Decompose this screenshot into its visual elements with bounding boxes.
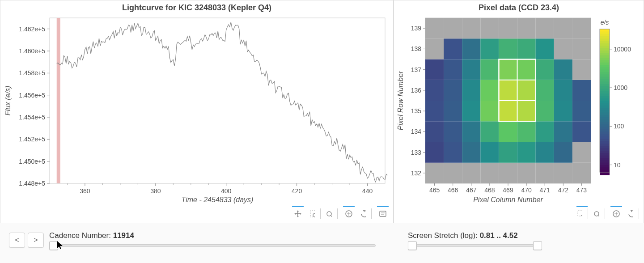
svg-rect-109 xyxy=(425,38,444,59)
svg-rect-83 xyxy=(444,101,462,121)
svg-rect-108 xyxy=(572,59,591,80)
svg-line-242 xyxy=(598,216,599,217)
svg-text:133: 133 xyxy=(411,149,422,156)
svg-text:135: 135 xyxy=(411,107,422,115)
svg-rect-84 xyxy=(462,101,480,121)
svg-rect-65 xyxy=(444,142,462,163)
svg-rect-103 xyxy=(480,59,499,80)
cadence-slider-thumb[interactable] xyxy=(49,241,58,250)
svg-rect-61 xyxy=(536,163,554,183)
svg-rect-58 xyxy=(480,163,499,183)
svg-text:1.460e+5: 1.460e+5 xyxy=(19,47,45,55)
svg-text:1.456e+5: 1.456e+5 xyxy=(19,92,45,99)
svg-text:Pixel Row Number: Pixel Row Number xyxy=(397,71,404,130)
svg-rect-87 xyxy=(517,101,536,121)
lightcurve-chart: Lightcurve for KIC 3248033 (Kepler Q4) 3… xyxy=(0,0,394,223)
cadence-slider[interactable] xyxy=(49,242,376,249)
svg-rect-76 xyxy=(480,121,499,142)
svg-rect-100 xyxy=(425,59,444,80)
svg-text:400: 400 xyxy=(221,187,232,195)
svg-rect-125 xyxy=(554,18,572,38)
svg-rect-93 xyxy=(462,80,480,101)
svg-text:440: 440 xyxy=(362,187,373,195)
svg-rect-68 xyxy=(499,142,517,163)
reset-icon[interactable] xyxy=(627,208,639,219)
boxzoom-icon[interactable] xyxy=(309,208,321,219)
svg-rect-86 xyxy=(499,101,517,121)
svg-rect-85 xyxy=(480,101,499,121)
svg-rect-238 xyxy=(578,211,582,216)
svg-rect-96 xyxy=(517,80,536,101)
pan-icon[interactable] xyxy=(292,208,304,219)
svg-line-47 xyxy=(331,216,332,217)
stretch-label: Screen Stretch (log): 0.81 .. 4.52 xyxy=(408,231,542,240)
svg-text:1.458e+5: 1.458e+5 xyxy=(19,69,45,76)
svg-text:1.452e+5: 1.452e+5 xyxy=(19,136,45,143)
svg-point-46 xyxy=(327,212,331,216)
svg-rect-77 xyxy=(499,121,517,142)
svg-rect-227 xyxy=(600,172,610,175)
svg-rect-75 xyxy=(462,121,480,142)
boxselect-icon[interactable] xyxy=(343,208,355,219)
svg-rect-119 xyxy=(444,18,462,38)
svg-text:473: 473 xyxy=(576,187,587,194)
svg-rect-91 xyxy=(425,80,444,101)
boxselect-icon[interactable] xyxy=(610,208,622,219)
svg-text:472: 472 xyxy=(558,187,569,194)
svg-text:1.462e+5: 1.462e+5 xyxy=(19,25,45,33)
hover-icon[interactable] xyxy=(377,208,389,219)
stretch-slider-thumb-low[interactable] xyxy=(408,241,417,250)
svg-text:Time - 2454833 (days): Time - 2454833 (days) xyxy=(182,196,254,204)
svg-rect-99 xyxy=(572,80,591,101)
svg-rect-107 xyxy=(554,59,572,80)
svg-rect-111 xyxy=(462,38,480,59)
svg-text:465: 465 xyxy=(429,187,440,194)
wheelzoom-icon[interactable] xyxy=(326,208,338,219)
prev-cadence-button[interactable]: < xyxy=(9,233,25,248)
svg-text:Pixel Column Number: Pixel Column Number xyxy=(473,196,543,204)
svg-text:132: 132 xyxy=(411,170,422,177)
svg-rect-74 xyxy=(444,121,462,142)
reset-icon[interactable] xyxy=(360,208,372,219)
svg-text:137: 137 xyxy=(411,66,422,73)
svg-text:1.450e+5: 1.450e+5 xyxy=(19,158,45,165)
svg-rect-56 xyxy=(444,163,462,183)
tap-icon[interactable] xyxy=(576,208,588,219)
svg-rect-110 xyxy=(444,38,462,59)
stretch-slider-thumb-high[interactable] xyxy=(533,241,542,250)
svg-rect-115 xyxy=(536,38,554,59)
svg-text:138: 138 xyxy=(411,45,422,52)
svg-rect-55 xyxy=(425,163,444,183)
svg-rect-1 xyxy=(57,18,60,183)
pixel-plot[interactable]: 4654664674684694704714724731321331341351… xyxy=(394,13,644,206)
svg-rect-123 xyxy=(517,18,536,38)
svg-text:100: 100 xyxy=(614,123,624,130)
svg-rect-118 xyxy=(425,18,444,38)
svg-point-44 xyxy=(313,213,315,217)
svg-text:134: 134 xyxy=(411,128,422,135)
svg-text:10000: 10000 xyxy=(614,46,631,53)
lightcurve-toolbar xyxy=(0,206,393,223)
svg-rect-102 xyxy=(462,59,480,80)
stretch-slider[interactable] xyxy=(408,242,542,249)
svg-rect-66 xyxy=(462,142,480,163)
svg-text:139: 139 xyxy=(411,25,422,32)
svg-text:380: 380 xyxy=(150,187,161,195)
svg-rect-57 xyxy=(462,163,480,183)
svg-rect-97 xyxy=(536,80,554,101)
svg-rect-98 xyxy=(554,80,572,101)
svg-text:1.454e+5: 1.454e+5 xyxy=(19,114,45,121)
svg-rect-71 xyxy=(554,142,572,163)
next-cadence-button[interactable]: > xyxy=(28,233,44,248)
controls-bar: < > Cadence Number: 11914 Screen Stretch… xyxy=(0,223,644,253)
lightcurve-plot[interactable]: 3603804004204401.448e+51.450e+51.452e+51… xyxy=(0,13,394,206)
pixel-chart: Pixel data (CCD 23.4) 465466467468469470… xyxy=(394,0,644,223)
svg-point-241 xyxy=(594,212,599,216)
wheelzoom-icon[interactable] xyxy=(593,208,605,219)
svg-text:1000: 1000 xyxy=(614,84,627,91)
svg-rect-64 xyxy=(425,142,444,163)
svg-rect-82 xyxy=(425,101,444,121)
svg-rect-113 xyxy=(499,38,517,59)
cadence-label-text: Cadence Number: xyxy=(49,231,113,240)
svg-rect-92 xyxy=(444,80,462,101)
